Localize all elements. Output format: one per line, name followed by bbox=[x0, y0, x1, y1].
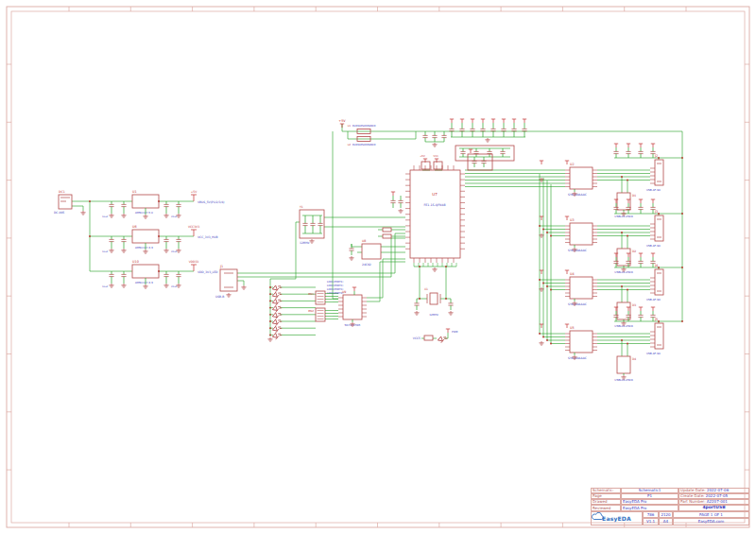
refdes-regulator: U6 bbox=[132, 225, 137, 229]
part-port-ic: SY6280AAAC bbox=[568, 193, 587, 197]
part-main-ic: FE1.1S-QFN48 bbox=[424, 203, 446, 207]
part-port-ic: SY6280AAAC bbox=[568, 249, 587, 252]
cap-value: 22uF bbox=[171, 250, 178, 253]
power-flag-label: +5V bbox=[420, 155, 425, 158]
component-eeprom[interactable] bbox=[349, 244, 381, 260]
port-block-4[interactable] bbox=[539, 307, 663, 379]
component-osc[interactable] bbox=[300, 210, 324, 243]
refdes-usb-a: J5 bbox=[654, 318, 658, 321]
refdes-esd: D3 bbox=[632, 303, 636, 307]
power-flag-label: VDD33 bbox=[189, 260, 199, 264]
cap-value: 10uF bbox=[102, 250, 109, 253]
led-symbol[interactable] bbox=[272, 290, 282, 300]
led-symbol[interactable] bbox=[272, 284, 282, 293]
part-usb-b: USB-B bbox=[215, 295, 224, 299]
port-block-3[interactable] bbox=[539, 253, 663, 325]
part-usb-a: USB-AF-90 bbox=[646, 188, 661, 192]
refdes-port-ic: U5 bbox=[570, 326, 575, 330]
part-regulator: AMS1117-3.3 bbox=[135, 281, 153, 284]
paper-size: A4 bbox=[659, 518, 673, 525]
power-flag-label: +5V bbox=[338, 119, 346, 123]
power-flag-label: +5V bbox=[191, 190, 198, 194]
net-label: PWR bbox=[452, 330, 457, 334]
sheet-title: 4portUSB bbox=[679, 505, 749, 511]
component-led-driver[interactable] bbox=[338, 291, 367, 326]
port-block-2[interactable] bbox=[539, 199, 663, 271]
component-regulator-2[interactable] bbox=[109, 265, 197, 288]
version: V1.1 bbox=[643, 518, 659, 525]
part-usb-a: USB-AF-90 bbox=[646, 244, 661, 248]
schematic-canvas: DC1DC-005U1AMS1117-5.0+5VVBUS_5V(P1/2/3/… bbox=[0, 0, 756, 534]
refdes-eeprom: U8 bbox=[362, 239, 366, 243]
easyeda-logo: EasyEDA bbox=[591, 511, 643, 525]
part-port-ic: SY6280AAAC bbox=[568, 356, 587, 360]
refdes-regulator: U10 bbox=[132, 260, 139, 264]
part-dc1: DC-005 bbox=[54, 211, 64, 215]
refdes-port-ic: U2 bbox=[570, 163, 575, 166]
led-symbol[interactable] bbox=[272, 303, 282, 313]
refdes-esd: D4 bbox=[632, 357, 636, 361]
component-usb-b[interactable] bbox=[220, 269, 237, 291]
components-layer[interactable] bbox=[59, 119, 527, 344]
component-crystal[interactable] bbox=[414, 293, 453, 315]
part-esd: USBLC6-2SC6 bbox=[614, 378, 633, 382]
net-label: VCC5 bbox=[413, 336, 421, 340]
component-main-ic[interactable] bbox=[405, 165, 465, 263]
part-eeprom: 24C02 bbox=[362, 263, 371, 267]
net-label-led: LED1(PORT1) bbox=[327, 281, 343, 284]
refdes-led-driver: U9 bbox=[342, 290, 346, 294]
led-symbol[interactable] bbox=[272, 324, 282, 334]
refdes-rn: RN2 bbox=[308, 309, 314, 313]
cap-value: 22uF bbox=[171, 285, 178, 288]
refdes-osc: Y1 bbox=[300, 205, 303, 209]
led-symbol[interactable] bbox=[272, 311, 282, 320]
part-esd: USBLC6-2SC6 bbox=[614, 270, 633, 274]
refdes-dc1: DC1 bbox=[59, 190, 65, 194]
port-block-1[interactable] bbox=[539, 144, 663, 215]
net-label: VCC_3V3_HUB bbox=[198, 235, 218, 239]
component-regulator-1[interactable] bbox=[109, 230, 197, 253]
refdes-esd: D1 bbox=[632, 194, 636, 198]
cloud-icon bbox=[592, 512, 605, 521]
part-usb-a: USB-AF-90 bbox=[646, 352, 661, 355]
refdes-usb-a: J3 bbox=[654, 210, 658, 214]
sheet-info: PAGE 1 OF 1 bbox=[673, 511, 749, 518]
refdes-ferrite: L1 bbox=[348, 124, 352, 128]
site-link: EasyEDA.com bbox=[673, 518, 749, 525]
cap-value: 10uF bbox=[102, 215, 109, 218]
part-ferrite: BLM18PG600SN1D bbox=[352, 125, 376, 128]
net-label: VBUS_5V(P1/2/3/4) bbox=[198, 200, 225, 204]
component-regulator-0[interactable] bbox=[109, 195, 197, 218]
part-ferrite: BLM18PG600SN1D bbox=[352, 144, 376, 146]
refdes-usb-b: J1 bbox=[219, 265, 223, 268]
part-crystal: 12MHz bbox=[429, 313, 438, 317]
cap-value: 22uF bbox=[171, 215, 178, 218]
refdes-port-ic: U3 bbox=[570, 218, 575, 222]
part-regulator: AMS1117-5.0 bbox=[135, 211, 153, 215]
led-symbol[interactable] bbox=[272, 318, 282, 327]
part-port-ic: SY6280AAAC bbox=[568, 302, 587, 306]
refdes-crystal: X1 bbox=[424, 287, 428, 291]
title-block: Schematic: Schematic1 Update Date: 2022-… bbox=[591, 488, 749, 525]
refdes-esd: D2 bbox=[632, 250, 636, 253]
led-symbol[interactable] bbox=[438, 335, 447, 344]
part-esd: USBLC6-2SC6 bbox=[614, 324, 633, 328]
dim-height: 2120 bbox=[659, 511, 673, 518]
refdes-main-ic: U7 bbox=[432, 192, 438, 197]
led-symbol[interactable] bbox=[272, 331, 282, 340]
cap-value: 10uF bbox=[102, 285, 109, 288]
refdes-usb-a: J2 bbox=[654, 154, 658, 158]
net-label: VDD_3V3_LED bbox=[198, 270, 218, 274]
part-regulator: AMS1117-3.3 bbox=[135, 246, 153, 250]
sheet-frame bbox=[7, 7, 749, 527]
power-flag-label: VCC3V3 bbox=[188, 225, 199, 229]
refdes-rn: RN1 bbox=[308, 292, 314, 296]
reviewed-label: Reviewed bbox=[591, 505, 621, 511]
refdes-port-ic: U4 bbox=[570, 272, 575, 276]
schematic-sheet: DC1DC-005U1AMS1117-5.0+5VVBUS_5V(P1/2/3/… bbox=[0, 0, 756, 534]
refdes-ferrite: L2 bbox=[348, 143, 352, 146]
led-symbol[interactable] bbox=[272, 297, 282, 306]
component-resistor-network-1[interactable] bbox=[316, 308, 333, 321]
net-label-led: LED2(PORT2) bbox=[327, 284, 343, 287]
wires-layer bbox=[72, 124, 683, 356]
